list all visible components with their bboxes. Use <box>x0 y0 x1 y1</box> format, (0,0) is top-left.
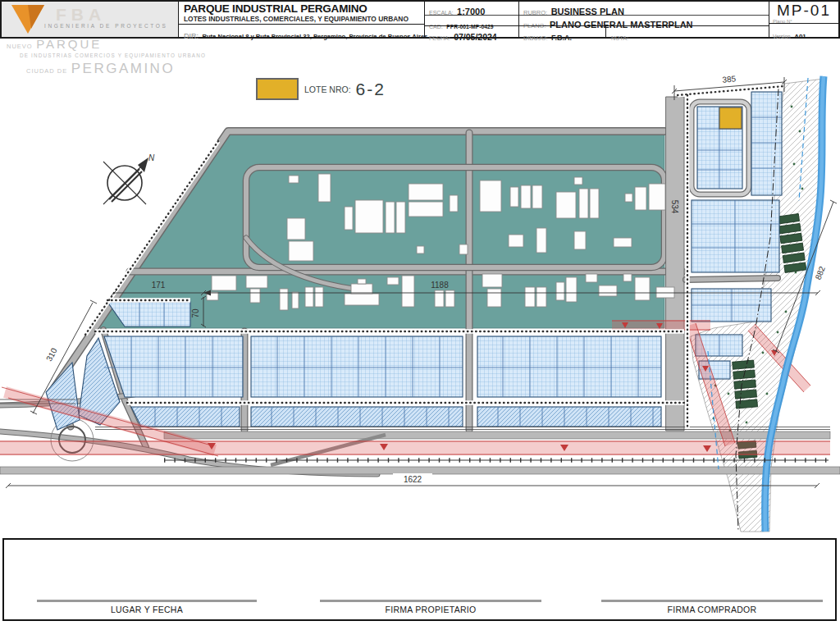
sheet-number: MP-01 <box>769 2 838 20</box>
wedge-lots-2 <box>46 363 80 430</box>
version-label: Version <box>773 34 791 39</box>
nota-cell: NOTA: <box>605 25 769 37</box>
compass-north-label: N <box>148 153 155 162</box>
sheet-version-row: Version A01 <box>769 23 838 37</box>
signature-label: FIRMA COMPRADOR <box>601 605 823 614</box>
dim-310: 310 <box>44 346 59 363</box>
dir-value: Ruta Nacional 8 y Ruta Provincial 32, Pe… <box>202 33 427 40</box>
logo-tagline: INGENIERIA DE PROYECTOS <box>44 23 167 29</box>
signature-field-comprador[interactable]: FIRMA COMPRADOR <box>601 600 823 614</box>
dibujo-value: F.B.A. <box>551 34 572 42</box>
project-watermark: NUEVO PARQUE DE INDUSTRIAS COMERCIOS Y E… <box>7 38 206 75</box>
dim-385: 385 <box>722 74 737 84</box>
lot-row1-block3 <box>477 336 661 397</box>
logo-cell: FBA INGENIERIA DE PROYECTOS <box>2 2 178 37</box>
signature-field-lugar-fecha[interactable]: LUGAR Y FECHA <box>37 600 257 614</box>
signature-label: FIRMA PROPIETARIO <box>320 605 541 614</box>
dibujo-row: DIBUJO: F.B.A. <box>519 25 605 40</box>
signature-line <box>601 600 823 602</box>
fecha-value: 07/05/2024 <box>454 32 497 42</box>
signature-field-propietario[interactable]: FIRMA PROPIETARIO <box>320 600 541 614</box>
meta-cell: ESCALA: 1:7000 CAD: PPR-001-MP-0429 FECH… <box>424 2 518 37</box>
escala-row: ESCALA: 1:7000 <box>425 2 518 15</box>
dim-534: 534 <box>670 200 679 214</box>
fecha-label: FECHA: <box>429 35 450 41</box>
cad-row: CAD: PPR-001-MP-0429 <box>425 15 518 25</box>
lot-row1-block1 <box>104 336 243 397</box>
logo-ghost-text: FBA <box>56 5 106 25</box>
lot-legend: LOTE NRO: 6-2 <box>256 78 386 100</box>
dim-1622: 1622 <box>404 475 422 484</box>
fecha-row: FECHA: 07/05/2024 <box>425 25 518 40</box>
rubro-row: RUBRO: BUSINESS PLAN <box>519 2 769 15</box>
rubro-cell: RUBRO: BUSINESS PLAN PLANO: PLANO GENERA… <box>518 2 769 37</box>
watermark-big1: PARQUE <box>36 37 102 51</box>
nota-label: NOTA: <box>611 35 628 41</box>
title-block: FBA INGENIERIA DE PROYECTOS PARQUE INDUS… <box>0 0 840 39</box>
compass-rose: N <box>103 153 155 204</box>
plano-row: PLANO: PLANO GENERAL MASTERPLAN <box>519 15 769 25</box>
project-title-cell: PARQUE INDUSTRIAL PERGAMINO LOTES INDUST… <box>178 2 424 37</box>
dibujo-label: DIBUJO: <box>523 34 548 42</box>
strip-mid-lots <box>692 200 779 272</box>
lot-color-swatch <box>256 78 299 100</box>
lot-row2-block2 <box>251 407 463 427</box>
dim-70: 70 <box>191 308 200 318</box>
dim-171: 171 <box>152 281 166 290</box>
masterplan-drawing: 171 1188 70 385 534 882 310 1622 N <box>0 0 840 541</box>
dim-882: 882 <box>814 265 827 281</box>
dim-1188: 1188 <box>431 281 449 290</box>
signature-line <box>37 600 257 602</box>
watermark-prefix3: CIUDAD DE <box>26 67 67 75</box>
access-road-534 <box>666 97 684 431</box>
version-value: A01 <box>794 33 806 40</box>
sheet-cell: MP-01 Plano N° Version A01 <box>769 2 838 37</box>
lot-row1-block2 <box>251 336 463 397</box>
watermark-prefix1: NUEVO <box>7 43 33 50</box>
lot-row2-block1 <box>131 407 240 427</box>
signature-label: LUGAR Y FECHA <box>37 605 257 614</box>
dir-label: DIR: <box>184 32 199 40</box>
company-logo-icon <box>10 4 48 35</box>
masterplan-sheet: 171 1188 70 385 534 882 310 1622 N F <box>0 0 840 630</box>
signature-block: LUGAR Y FECHA FIRMA PROPIETARIO FIRMA CO… <box>2 538 837 621</box>
watermark-big3: PERGAMINO <box>71 61 175 76</box>
highlighted-lot-6-2[interactable] <box>719 107 742 129</box>
project-title: PARQUE INDUSTRIAL PERGAMINO <box>184 2 424 15</box>
watermark-line2: DE INDUSTRIAS COMERCIOS Y EQUIPAMIENTO U… <box>20 53 206 58</box>
project-subtitle: LOTES INDUSTRIALES, COMERCIALES, Y EQUIP… <box>184 15 424 23</box>
lot-legend-value: 6-2 <box>356 80 386 99</box>
project-address-row: DIR: Ruta Nacional 8 y Ruta Provincial 3… <box>179 24 424 37</box>
signature-line <box>320 600 541 602</box>
lot-row2-block3 <box>477 407 661 427</box>
lot-legend-label: LOTE NRO: <box>304 84 351 94</box>
